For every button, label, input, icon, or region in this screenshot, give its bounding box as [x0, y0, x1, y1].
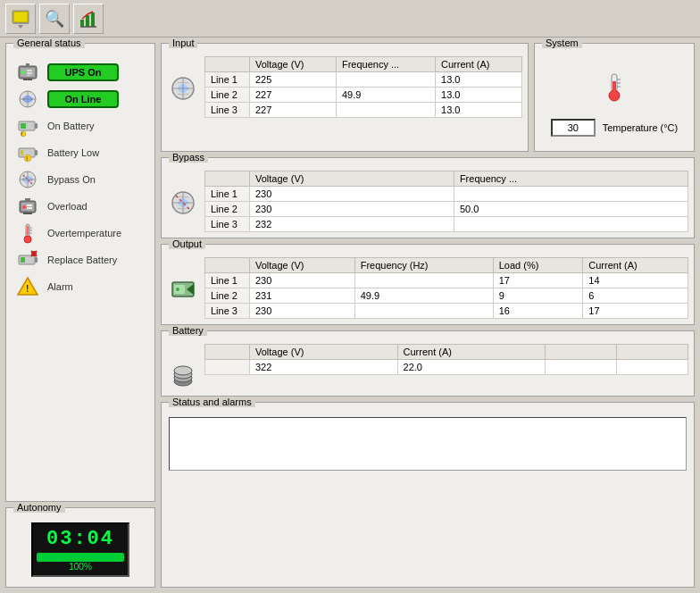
toolbar-search-btn[interactable]: 🔍	[39, 4, 70, 34]
status-item-ups-on: UPS On	[12, 60, 149, 85]
bypass-icon	[167, 171, 199, 217]
input-table-with-icon: Voltage (V) Frequency ... Current (A) Li…	[167, 56, 522, 118]
table-row: Line 222749.913.0	[205, 88, 522, 103]
output-col-current: Current (A)	[583, 258, 688, 273]
input-group: Input	[161, 43, 529, 152]
svg-rect-15	[27, 75, 30, 76]
autonomy-percent: 100%	[37, 562, 124, 572]
table-cell: 225	[250, 72, 337, 88]
table-cell: Line 3	[205, 304, 250, 319]
table-cell: 230	[250, 202, 454, 217]
table-cell: 14	[583, 273, 688, 288]
alarm-label: Alarm	[47, 281, 73, 292]
battery-col-current: Current (A)	[397, 345, 545, 360]
svg-rect-4	[80, 20, 84, 27]
input-title: Input	[169, 38, 197, 48]
on-battery-icon: !	[15, 113, 40, 138]
toolbar-edit-btn[interactable]	[5, 4, 36, 34]
table-cell: 13.0	[436, 103, 522, 118]
svg-rect-39	[27, 205, 32, 206]
battery-group: Battery Voltage (V) Curre	[161, 330, 695, 397]
autonomy-bar-bg	[37, 553, 124, 562]
svg-rect-5	[86, 15, 89, 27]
table-cell	[454, 187, 688, 202]
ups-on-button[interactable]: UPS On	[47, 63, 119, 81]
overload-icon	[15, 194, 40, 219]
status-alarms-group: Status and alarms	[161, 402, 695, 588]
table-cell: Line 1	[205, 273, 250, 288]
svg-rect-37	[23, 213, 32, 214]
output-table: Voltage (V) Frequency (Hz) Load (%) Curr…	[204, 257, 688, 319]
svg-point-38	[22, 205, 26, 209]
battery-low-icon: !	[15, 140, 40, 165]
svg-rect-13	[27, 70, 32, 71]
bypass-title: Bypass	[169, 152, 208, 163]
table-cell: 231	[250, 288, 355, 304]
battery-col-voltage: Voltage (V)	[250, 345, 398, 360]
output-table-with-icon: Voltage (V) Frequency (Hz) Load (%) Curr…	[167, 257, 688, 319]
right-panel: Input	[161, 43, 695, 588]
overtemperature-label: Overtemperature	[47, 228, 121, 238]
svg-rect-62	[612, 81, 616, 94]
table-row: Line 1230	[205, 187, 688, 202]
svg-rect-21	[35, 123, 38, 129]
svg-rect-43	[27, 226, 29, 235]
battery-low-label: Battery Low	[47, 147, 99, 158]
bypass-table-with-icon: Voltage (V) Frequency ... Line 1230Line …	[167, 171, 688, 232]
bypass-group: Bypass	[161, 157, 695, 238]
table-cell	[354, 304, 493, 319]
table-cell: 9	[493, 288, 583, 304]
table-row: Line 322713.0	[205, 103, 522, 118]
output-col-0	[205, 258, 250, 273]
input-col-voltage: Voltage (V)	[250, 57, 337, 72]
bypass-table: Voltage (V) Frequency ... Line 1230Line …	[204, 171, 688, 232]
svg-rect-10	[26, 63, 29, 67]
table-cell: 16	[493, 304, 583, 319]
svg-rect-22	[21, 123, 26, 129]
table-row: Line 223149.996	[205, 288, 688, 304]
output-col-voltage: Voltage (V)	[250, 258, 355, 273]
alarm-icon: !	[15, 274, 40, 299]
replace-battery-label: Replace Battery	[47, 255, 117, 265]
input-col-0	[205, 57, 250, 72]
table-cell	[617, 360, 688, 375]
svg-point-42	[24, 236, 31, 243]
table-cell: 230	[250, 304, 355, 319]
input-icon	[167, 56, 199, 103]
toolbar-chart-btn[interactable]	[73, 4, 104, 34]
svg-text:!: !	[26, 155, 28, 162]
system-title: System	[542, 38, 582, 48]
table-row: Line 3232	[205, 217, 688, 232]
svg-rect-11	[23, 79, 32, 80]
temperature-input[interactable]: 30	[551, 119, 596, 137]
on-line-button[interactable]: On Line	[47, 90, 119, 108]
table-cell: 227	[250, 88, 337, 103]
autonomy-display: 03:04 100%	[31, 522, 129, 577]
svg-rect-27	[21, 150, 23, 155]
table-cell: Line 2	[205, 288, 250, 304]
table-cell: 49.9	[336, 88, 435, 103]
svg-rect-1	[14, 13, 27, 21]
status-item-overload: Overload	[12, 194, 149, 219]
thermometer-icon	[598, 71, 630, 104]
svg-text:!: !	[21, 131, 22, 137]
table-cell: 49.9	[354, 288, 493, 304]
autonomy-time: 03:04	[37, 528, 124, 550]
output-icon	[167, 257, 199, 304]
replace-battery-icon	[15, 247, 40, 272]
autonomy-bar-fill	[37, 553, 124, 562]
bypass-icon	[15, 167, 40, 192]
status-alarms-title: Status and alarms	[169, 397, 255, 407]
table-row: Line 12301714	[205, 273, 688, 288]
table-cell	[336, 103, 435, 118]
battery-col-3	[546, 345, 617, 360]
battery-table: Voltage (V) Current (A) 32222.0	[204, 344, 688, 375]
bypass-on-label: Bypass On	[47, 174, 96, 185]
svg-point-73	[176, 288, 179, 291]
input-table: Voltage (V) Frequency ... Current (A) Li…	[204, 56, 522, 118]
svg-rect-40	[27, 207, 32, 209]
output-group: Output Voltage (V) Freque	[161, 244, 695, 325]
input-col-frequency: Frequency ...	[336, 57, 435, 72]
overload-label: Overload	[47, 201, 88, 212]
table-cell: Line 1	[205, 187, 250, 202]
